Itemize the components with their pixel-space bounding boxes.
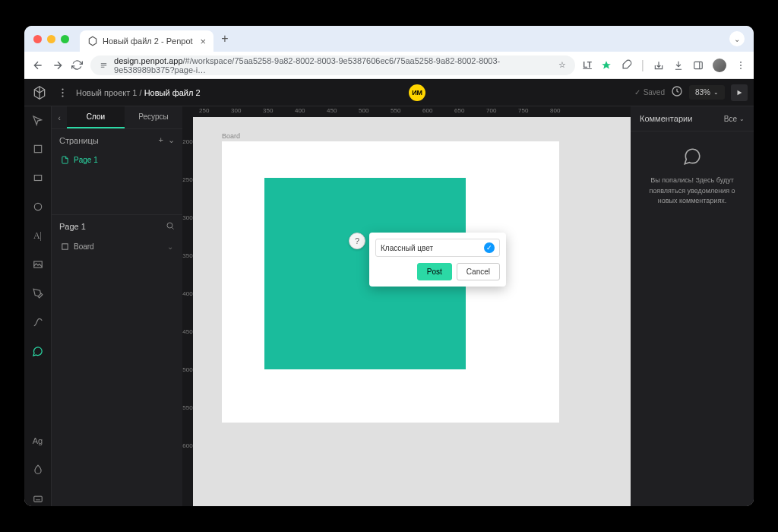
comment-empty-icon [682, 147, 702, 168]
star-icon[interactable]: ☆ [558, 60, 566, 70]
divider: | [641, 59, 644, 72]
layer-root-label: Page 1 [59, 222, 86, 231]
main-menu-button[interactable] [55, 85, 70, 100]
comment-popup: ✓ Post Cancel [369, 233, 506, 287]
zoom-control[interactable]: 83%⌄ [689, 85, 725, 100]
kebab-menu-icon[interactable] [735, 60, 746, 71]
extension-pin-icon[interactable] [601, 60, 612, 71]
frame-tool[interactable] [30, 141, 46, 157]
comment-input[interactable] [381, 244, 479, 252]
saved-status: ✓Saved [634, 88, 665, 97]
play-button[interactable] [731, 84, 748, 101]
sidepanel-icon[interactable] [693, 60, 704, 71]
download-icon[interactable] [673, 60, 684, 71]
profile-avatar[interactable] [713, 59, 726, 72]
ruler-vertical: 200250300350400450500550600 [182, 117, 193, 506]
svg-point-4 [62, 88, 63, 90]
shortcuts-panel-icon[interactable] [30, 491, 46, 506]
comments-empty-text: Вы попались! Здесь будут появляться увед… [640, 176, 745, 207]
svg-point-5 [62, 91, 63, 93]
layers-section-header: Page 1 [52, 215, 182, 238]
svg-point-2 [740, 65, 742, 66]
canvas[interactable]: 250300350400450500550600650700750800 200… [182, 106, 631, 506]
history-icon[interactable] [671, 85, 683, 100]
url-bar[interactable]: design.penpot.app/#/workspace/75aa5258-9… [90, 55, 575, 75]
browser-addressbar: design.penpot.app/#/workspace/75aa5258-9… [24, 52, 754, 79]
cancel-button[interactable]: Cancel [457, 263, 500, 280]
share-icon[interactable] [653, 60, 664, 71]
tab-title: Новый файл 2 - Penpot [103, 36, 193, 46]
color-panel-icon[interactable] [30, 462, 46, 477]
move-tool[interactable] [30, 112, 46, 128]
app-topbar: Новый проект 1 / Новый файл 2 ИМ ✓Saved … [24, 79, 754, 106]
svg-rect-8 [34, 145, 41, 152]
svg-point-6 [62, 95, 63, 97]
layer-item-label: Board [74, 242, 94, 251]
board-label[interactable]: Board [222, 132, 240, 140]
svg-point-13 [167, 223, 172, 228]
left-panel: ‹ Слои Ресурсы Страницы +⌄ Page 1 Page 1 [52, 106, 182, 506]
browser-titlebar: Новый файл 2 - Penpot × + ⌄ [24, 26, 754, 52]
ellipse-tool[interactable] [30, 199, 46, 214]
resolve-check-icon[interactable]: ✓ [484, 242, 495, 253]
browser-tab[interactable]: Новый файл 2 - Penpot × [80, 30, 213, 52]
window-close[interactable] [33, 35, 42, 43]
toolbar: A| Ag [24, 106, 52, 506]
penpot-logo[interactable] [30, 84, 49, 102]
text-tool[interactable]: A| [30, 228, 46, 243]
site-settings-icon[interactable] [100, 61, 108, 70]
back-button[interactable] [32, 59, 44, 71]
rectangle-tool[interactable] [30, 170, 46, 185]
collapse-pages-icon[interactable]: ⌄ [168, 135, 175, 145]
panel-collapse-icon[interactable]: ‹ [52, 113, 67, 122]
svg-rect-0 [694, 62, 703, 68]
search-layers-icon[interactable] [166, 221, 175, 232]
svg-rect-14 [62, 244, 68, 249]
window-maximize[interactable] [61, 35, 69, 43]
tabs-dropdown[interactable]: ⌄ [729, 31, 745, 46]
comment-tool[interactable] [30, 344, 46, 359]
pages-section-header: Страницы +⌄ [52, 129, 182, 151]
ruler-horizontal: 250300350400450500550600650700750800 [193, 106, 631, 117]
expand-layer-icon[interactable]: ⌄ [167, 242, 173, 251]
url-domain: design.penpot.app [114, 56, 183, 65]
post-button[interactable]: Post [417, 263, 452, 280]
page-item-label: Page 1 [74, 156, 98, 164]
breadcrumb[interactable]: Новый проект 1 / Новый файл 2 [76, 88, 201, 97]
image-tool[interactable] [30, 257, 46, 272]
right-panel: Комментарии Все⌄ Вы попались! Здесь буду… [631, 106, 754, 506]
svg-rect-12 [33, 496, 42, 502]
typography-panel-icon[interactable]: Ag [30, 433, 46, 448]
window-minimize[interactable] [47, 35, 55, 43]
ruler-corner [182, 106, 193, 117]
extensions-icon[interactable] [621, 59, 632, 71]
close-tab-icon[interactable]: × [201, 36, 207, 47]
penpot-favicon [87, 36, 98, 46]
svg-point-10 [34, 203, 41, 210]
path-tool[interactable] [30, 315, 46, 330]
pen-tool[interactable] [30, 286, 46, 301]
comment-input-row: ✓ [375, 239, 500, 257]
svg-point-3 [740, 68, 742, 69]
add-page-icon[interactable]: + [159, 135, 163, 145]
pages-label: Страницы [59, 136, 99, 145]
tab-layers[interactable]: Слои [67, 106, 125, 128]
comments-panel-title: Комментарии [640, 114, 692, 123]
reload-button[interactable] [71, 59, 83, 71]
comments-filter[interactable]: Все⌄ [724, 115, 745, 123]
new-tab-button[interactable]: + [221, 32, 228, 46]
comment-pin[interactable]: ? [349, 233, 365, 249]
user-badge[interactable]: ИМ [409, 84, 425, 101]
svg-rect-9 [34, 176, 41, 181]
extension-lt-icon[interactable]: LT [583, 61, 591, 69]
layer-item-board[interactable]: Board ⌄ [52, 238, 182, 255]
tab-assets[interactable]: Ресурсы [125, 106, 182, 128]
svg-point-1 [740, 61, 742, 62]
forward-button[interactable] [52, 59, 64, 71]
page-item[interactable]: Page 1 [52, 151, 182, 169]
